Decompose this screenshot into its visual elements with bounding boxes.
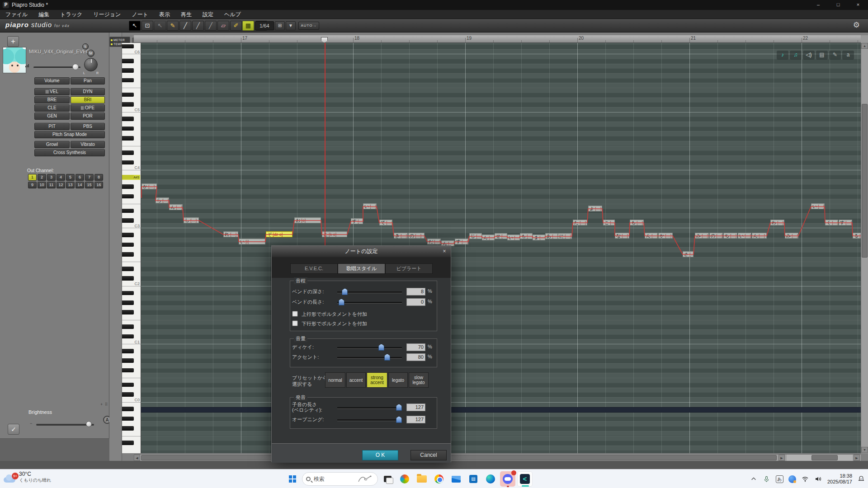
note[interactable]: だ[…] — [427, 239, 441, 244]
menu-item-ノート[interactable]: ノート — [126, 10, 154, 19]
param-add-button[interactable]: + — [100, 402, 103, 407]
portamento-checkbox-1[interactable] — [292, 320, 298, 326]
note[interactable]: る[…] — [853, 233, 861, 239]
param-button-pit[interactable]: PIT — [34, 123, 70, 130]
vertical-scroll-thumb[interactable] — [862, 104, 868, 258]
consonant-length-slider-track[interactable] — [337, 407, 402, 408]
track-volume-handle[interactable] — [72, 64, 79, 70]
dialog-close-icon[interactable]: × — [441, 248, 448, 255]
note[interactable]: き[…] — [394, 233, 408, 239]
pan-knob[interactable] — [84, 58, 98, 71]
out-channel-6[interactable]: 6 — [75, 174, 84, 181]
accent-value[interactable]: 80 — [406, 353, 425, 361]
menu-item-ヘルプ[interactable]: ヘルプ — [219, 10, 246, 19]
bend-length-value[interactable]: 0 — [406, 298, 425, 306]
grid-snap-button[interactable]: ▦ — [242, 21, 254, 31]
vertical-scrollbar[interactable]: ▲ ▼ — [861, 43, 868, 453]
note[interactable]: ま[…] — [533, 235, 545, 240]
note[interactable]: よ[…] — [588, 206, 602, 211]
grid-dropdown-arrow[interactable]: ▼ — [286, 21, 296, 30]
out-channel-8[interactable]: 8 — [94, 174, 103, 181]
note[interactable]: い[…] — [738, 233, 751, 239]
out-channel-3[interactable]: 3 — [47, 174, 56, 181]
param-button-dyn[interactable]: DYN — [71, 88, 105, 95]
grid-resolution-value[interactable]: 1/64 — [255, 21, 274, 30]
black-key[interactable] — [122, 383, 134, 387]
black-key[interactable] — [122, 59, 134, 63]
out-channel-10[interactable]: 10 — [38, 182, 46, 188]
search-box[interactable]: 検索 — [302, 472, 378, 486]
black-key[interactable] — [122, 426, 134, 431]
param-button-pbs[interactable]: PBS — [71, 123, 105, 130]
note[interactable]: ん[…] — [482, 235, 495, 240]
preset-slow-legato[interactable]: slow legato — [409, 372, 429, 388]
note[interactable]: す[…] — [351, 218, 363, 224]
note[interactable]: て[…] — [379, 220, 392, 225]
taskbar-app-edge[interactable] — [483, 471, 498, 487]
zoom-right-arrow[interactable]: ▶ — [854, 455, 860, 461]
black-key[interactable] — [122, 184, 134, 189]
note[interactable]: こ[k o] — [322, 231, 347, 237]
notification-bell-icon[interactable]: z — [857, 475, 865, 483]
out-channel-14[interactable]: 14 — [75, 182, 84, 188]
pencil-tool[interactable]: ✎ — [167, 21, 179, 31]
taskbar-clock[interactable]: 18:38 2025/08/17 — [827, 473, 852, 485]
out-channel-4[interactable]: 4 — [57, 174, 65, 181]
black-key[interactable] — [122, 417, 134, 421]
menu-item-設定[interactable]: 設定 — [197, 10, 219, 19]
out-channel-1[interactable]: 1 — [28, 174, 37, 181]
out-channel-9[interactable]: 9 — [28, 182, 37, 188]
note[interactable]: か[…] — [658, 233, 673, 239]
note[interactable]: せ[…] — [495, 233, 507, 239]
bend-length-slider-track[interactable] — [337, 302, 402, 303]
tab-E.V.E.C.[interactable]: E.V.E.C. — [290, 263, 338, 274]
bend-depth-value[interactable]: 8 — [406, 288, 425, 296]
scroll-right-arrow[interactable]: ▶ — [778, 455, 785, 461]
black-key[interactable] — [122, 209, 134, 213]
black-key[interactable] — [122, 78, 134, 83]
add-track-button[interactable]: + — [7, 36, 19, 47]
region-select-tool[interactable]: ⊡ — [142, 21, 153, 31]
note[interactable]: の[…] — [408, 233, 425, 239]
black-key[interactable] — [122, 218, 134, 223]
cortana-sphere-icon[interactable] — [788, 475, 796, 483]
black-key[interactable] — [122, 243, 134, 247]
timeline-ruler[interactable]: 171819202122 — [134, 35, 861, 43]
out-channel-16[interactable]: 16 — [94, 182, 103, 188]
vibrato-button[interactable]: Vibrato — [71, 141, 105, 148]
confirm-check-button[interactable]: ✓ — [8, 424, 19, 435]
menu-item-再生[interactable]: 再生 — [175, 10, 197, 19]
miku-avatar[interactable] — [3, 47, 26, 73]
note[interactable]: す[…] — [455, 239, 468, 244]
mute-button[interactable]: M — [87, 50, 94, 57]
portamento-checkbox-0[interactable] — [292, 311, 298, 317]
taskbar-app-mail[interactable] — [448, 471, 464, 487]
note[interactable]: ぞ[dz o] — [266, 231, 292, 237]
menu-item-ファイル[interactable]: ファイル — [0, 10, 33, 19]
black-key[interactable] — [122, 349, 134, 353]
param-button-por[interactable]: POR — [71, 113, 105, 120]
param-button-bri[interactable]: BRI — [71, 96, 105, 103]
draw-icon[interactable]: ✎ — [829, 51, 841, 60]
minimize-button[interactable]: – — [808, 0, 828, 10]
glue-tool[interactable]: ✐ — [230, 21, 242, 31]
pitch-note-icon[interactable]: ♪ — [777, 51, 788, 60]
note[interactable]: お[o] — [294, 217, 321, 223]
black-key[interactable] — [122, 117, 134, 121]
black-key[interactable] — [122, 368, 134, 373]
preset-accent[interactable]: accent — [346, 372, 366, 388]
scroll-up-arrow[interactable]: ▲ — [861, 43, 868, 49]
menu-item-表示[interactable]: 表示 — [154, 10, 175, 19]
quantize-button[interactable]: ⊞ — [275, 21, 285, 30]
taskbar-app-copilot[interactable] — [397, 471, 412, 487]
brightness-handle[interactable] — [86, 421, 92, 427]
black-key[interactable] — [122, 93, 134, 97]
taskbar-app-file-explorer[interactable] — [414, 471, 429, 487]
scroll-left-arrow[interactable]: ◀ — [134, 455, 140, 461]
black-key[interactable] — [122, 150, 134, 155]
piano-roll[interactable]: か[…]ら[…]ん[…]し[…]れ[…]い[i]ぞ[dz o]お[o]こ[k o… — [141, 43, 861, 453]
out-channel-12[interactable]: 12 — [57, 182, 65, 188]
taskbar-app-chrome[interactable] — [431, 471, 447, 487]
note[interactable]: の[…] — [709, 233, 723, 239]
param-button-gen[interactable]: GEN — [34, 113, 70, 120]
